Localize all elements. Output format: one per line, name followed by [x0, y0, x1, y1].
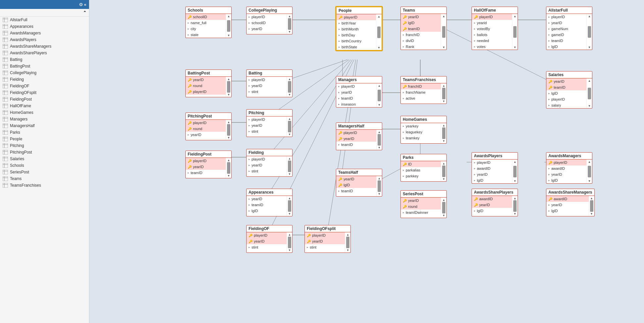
sidebar-item-fieldingofsplit[interactable]: FieldingOFsplit — [0, 89, 89, 96]
scroll-col[interactable]: ▲ ▼ — [345, 232, 350, 253]
sidebar-item-fieldingpost[interactable]: FieldingPost — [0, 96, 89, 103]
table-homegames[interactable]: HomeGames▸yearkey▸leaguekey▸teamkey ▲ ▼ — [400, 116, 447, 144]
table-collegeplaying[interactable]: CollegePlaying▸playerID▸schoolID▸yearID … — [246, 7, 293, 34]
scroll-col[interactable]: ▲ ▼ — [226, 158, 231, 178]
scroll-col[interactable]: ▲ ▼ — [287, 196, 292, 216]
sidebar-item-teams[interactable]: Teams — [0, 175, 89, 182]
scroll-up[interactable]: ▲ — [288, 77, 291, 81]
table-awardssharemanagers[interactable]: AwardsShareManagers🔑awardID▸yearID▸lgID … — [546, 189, 595, 216]
scroll-down[interactable]: ▼ — [588, 179, 591, 183]
scroll-down[interactable]: ▼ — [288, 133, 291, 136]
table-pitchingpost[interactable]: PitchingPost🔑playerID🔑round▸yearID ▲ ▼ — [185, 113, 232, 140]
scroll-up[interactable]: ▲ — [442, 124, 445, 127]
scroll-up[interactable]: ▲ — [588, 160, 591, 163]
scroll-down[interactable]: ▼ — [288, 249, 291, 252]
scroll-col[interactable]: ▲ ▼ — [441, 198, 446, 218]
scroll-up[interactable]: ▲ — [227, 159, 230, 162]
scroll-col[interactable]: ▲ ▼ — [441, 83, 446, 104]
sidebar-item-battingpost[interactable]: BattingPost — [0, 63, 89, 69]
table-parks[interactable]: Parks🔑ID▸parkalias▸parkkey ▲ ▼ — [400, 154, 447, 182]
table-allstarfull[interactable]: AllstarFull▸playerID▸yearID▸gameNum▸game… — [546, 7, 592, 50]
table-schools[interactable]: Schools🔑schoolID▸name_full▸city▸state ▲ … — [185, 7, 232, 38]
scroll-col[interactable]: ▲ ▼ — [441, 161, 446, 181]
table-halloffame[interactable]: HallOfFame🔑playerID▸yearid▸votedBy▸ballo… — [472, 7, 518, 50]
scroll-col[interactable]: ▲ ▼ — [287, 77, 292, 97]
scroll-col[interactable]: ▲ ▼ — [226, 77, 231, 97]
scroll-down[interactable]: ▼ — [442, 214, 445, 217]
sidebar-item-salaries[interactable]: Salaries — [0, 156, 89, 162]
scroll-up[interactable]: ▲ — [514, 15, 517, 18]
table-salaries[interactable]: Salaries🔑yearID🔑teamID▸lgID▸playerID▸sal… — [546, 71, 592, 109]
sidebar-item-awardsplayers[interactable]: AwardsPlayers — [0, 36, 89, 43]
scroll-up[interactable]: ▲ — [588, 79, 591, 82]
sidebar-item-collegeplaying[interactable]: CollegePlaying — [0, 69, 89, 76]
scroll-down[interactable]: ▼ — [514, 46, 517, 49]
sidebar-item-teamsfranchises[interactable]: TeamsFranchises — [0, 182, 89, 189]
table-fieldingofsplit[interactable]: FieldingOFsplit🔑playerID🔑yearID▸stint ▲ … — [304, 225, 351, 253]
scroll-col[interactable]: ▲ ▼ — [589, 196, 594, 216]
scroll-down[interactable]: ▼ — [227, 93, 230, 96]
scroll-up[interactable]: ▲ — [514, 197, 517, 200]
scroll-up[interactable]: ▲ — [227, 77, 230, 81]
scroll-up[interactable]: ▲ — [442, 84, 445, 87]
table-awardsplayers[interactable]: AwardsPlayers▸playerID▸awardID▸yearID▸lg… — [472, 152, 518, 184]
sidebar-item-managershalf[interactable]: ManagersHalf — [0, 122, 89, 129]
collapse-icon[interactable]: « — [84, 2, 86, 7]
table-teamsfranchises[interactable]: TeamsFranchises🔑franchID▸franchName▸acti… — [400, 76, 447, 104]
sidebar-item-people[interactable]: People — [0, 136, 89, 142]
scroll-col[interactable]: ▲ ▼ — [441, 123, 446, 143]
scroll-up[interactable]: ▲ — [442, 198, 445, 202]
scroll-up[interactable]: ▲ — [288, 157, 291, 160]
table-teamshalf[interactable]: TeamsHalf🔑yearID🔑lgID▸teamID ▲ ▼ — [336, 169, 382, 197]
scroll-up[interactable]: ▲ — [378, 177, 381, 180]
main-canvas[interactable]: Schools🔑schoolID▸name_full▸city▸state ▲ … — [89, 0, 644, 323]
scroll-up[interactable]: ▲ — [288, 197, 291, 200]
scroll-up[interactable]: ▲ — [227, 15, 230, 18]
scroll-col[interactable]: ▲ ▼ — [586, 78, 592, 108]
sidebar-item-pitchingpost[interactable]: PitchingPost — [0, 149, 89, 156]
sidebar-item-seriespost[interactable]: SeriesPost — [0, 169, 89, 175]
scroll-down[interactable]: ▼ — [590, 212, 593, 215]
scroll-col[interactable]: ▲ ▼ — [287, 14, 292, 34]
scroll-col[interactable]: ▲ ▼ — [376, 83, 382, 107]
scroll-down[interactable]: ▼ — [288, 30, 291, 33]
scroll-col[interactable]: ▲ ▼ — [376, 130, 382, 150]
sidebar-item-pitching[interactable]: Pitching — [0, 142, 89, 149]
sidebar-item-managers[interactable]: Managers — [0, 116, 89, 122]
sidebar-item-schools[interactable]: Schools — [0, 162, 89, 169]
scroll-up[interactable]: ▲ — [378, 130, 381, 134]
scroll-up[interactable]: ▲ — [346, 233, 349, 236]
scroll-up[interactable]: ▲ — [590, 197, 593, 200]
scroll-col[interactable]: ▲ ▼ — [512, 160, 518, 183]
sidebar-item-awardssharemanagers[interactable]: AwardsShareManagers — [0, 43, 89, 50]
scroll-down[interactable]: ▼ — [346, 249, 349, 252]
scroll-down[interactable]: ▼ — [288, 172, 291, 176]
table-seriespost[interactable]: SeriesPost🔑yearID🔑round▸teamIDwinner ▲ ▼ — [400, 190, 447, 218]
table-awardsmanagers[interactable]: AwardsManagers🔑playerID▸awardID▸yearID▸l… — [546, 152, 592, 184]
scroll-down[interactable]: ▼ — [378, 46, 381, 49]
scroll-col[interactable]: ▲ ▼ — [586, 160, 592, 183]
scroll-up[interactable]: ▲ — [227, 120, 230, 124]
scroll-down[interactable]: ▼ — [378, 103, 381, 107]
scroll-up[interactable]: ▲ — [288, 15, 291, 18]
scroll-down[interactable]: ▼ — [514, 212, 517, 215]
sidebar-item-batting[interactable]: Batting — [0, 56, 89, 63]
scroll-up[interactable]: ▲ — [288, 233, 291, 236]
table-people[interactable]: People🔑playerID▸birthYear▸birthMonth▸bir… — [336, 7, 382, 51]
scroll-down[interactable]: ▼ — [442, 139, 445, 143]
scroll-col[interactable]: ▲ ▼ — [376, 176, 382, 196]
scroll-down[interactable]: ▼ — [227, 34, 230, 37]
scroll-down[interactable]: ▼ — [227, 174, 230, 177]
table-managershalf[interactable]: ManagersHalf🔑playerID🔑yearID▸teamID ▲ ▼ — [336, 122, 382, 150]
table-appearances[interactable]: Appearances▸yearID▸teamID▸lgID ▲ ▼ — [246, 189, 293, 216]
scroll-down[interactable]: ▼ — [288, 212, 291, 215]
table-pitching[interactable]: Pitching▸playerID▸yearID▸stint ▲ ▼ — [246, 109, 293, 137]
scroll-down[interactable]: ▼ — [588, 104, 591, 108]
scroll-down[interactable]: ▼ — [442, 46, 445, 49]
scroll-col[interactable]: ▲ ▼ — [512, 14, 518, 50]
table-fieldingpost[interactable]: FieldingPost🔑playerID🔑yearID▸teamID ▲ ▼ — [185, 151, 232, 178]
table-fielding[interactable]: Fielding▸playerID▸yearID▸stint ▲ ▼ — [246, 149, 293, 177]
scroll-up[interactable]: ▲ — [378, 84, 381, 87]
table-teams[interactable]: Teams🔑yearID🔑lgID🔑teamID▸franchID▸divID▸… — [400, 7, 447, 50]
sidebar-item-awardsshareplayers[interactable]: AwardsSharePlayers — [0, 50, 89, 56]
